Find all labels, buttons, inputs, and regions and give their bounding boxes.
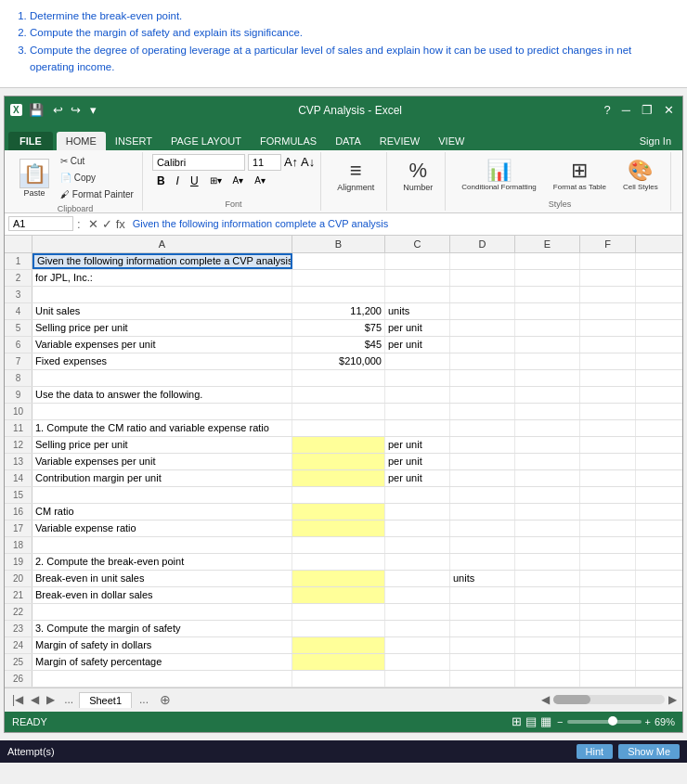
cell-d-9[interactable] bbox=[450, 387, 515, 403]
cell-d-19[interactable] bbox=[450, 554, 515, 570]
cell-b-5[interactable]: $75 bbox=[292, 320, 385, 336]
scroll-track[interactable] bbox=[553, 695, 665, 704]
cell-a-2[interactable]: for JPL, Inc.: bbox=[32, 270, 292, 286]
cell-e-19[interactable] bbox=[515, 554, 580, 570]
cell-styles-button[interactable]: 🎨 Cell Styles bbox=[616, 154, 665, 196]
cell-f-17[interactable] bbox=[580, 521, 636, 536]
cell-d-15[interactable] bbox=[450, 487, 515, 503]
cells-button[interactable]: ▦ Cells bbox=[681, 154, 687, 197]
zoom-plus-button[interactable]: + bbox=[645, 716, 651, 727]
borders-button[interactable]: ⊞▾ bbox=[205, 174, 227, 187]
cell-a-10[interactable] bbox=[32, 404, 292, 419]
cell-f-7[interactable] bbox=[580, 353, 636, 369]
cell-b-2[interactable] bbox=[292, 270, 385, 286]
cell-c-6[interactable]: per unit bbox=[385, 337, 450, 353]
cell-f-26[interactable] bbox=[580, 671, 636, 687]
cell-b-25[interactable] bbox=[292, 654, 385, 670]
cell-c-21[interactable] bbox=[385, 587, 450, 603]
cell-b-26[interactable] bbox=[292, 671, 385, 687]
cell-d-20[interactable]: units bbox=[450, 571, 515, 586]
cell-e-20[interactable] bbox=[515, 571, 580, 586]
cell-a-11[interactable]: 1. Compute the CM ratio and variable exp… bbox=[32, 420, 292, 436]
cell-a-9[interactable]: Use the data to answer the following. bbox=[32, 387, 292, 403]
cell-c-16[interactable] bbox=[385, 504, 450, 520]
col-header-b[interactable]: B bbox=[292, 236, 385, 252]
zoom-slider[interactable] bbox=[567, 720, 642, 724]
paste-button[interactable]: 📋 Paste bbox=[14, 156, 55, 200]
cell-b-11[interactable] bbox=[292, 420, 385, 436]
cell-e-13[interactable] bbox=[515, 454, 580, 469]
cell-f-12[interactable] bbox=[580, 437, 636, 453]
col-header-e[interactable]: E bbox=[515, 236, 580, 252]
cell-e-11[interactable] bbox=[515, 420, 580, 436]
cell-b-8[interactable] bbox=[292, 370, 385, 386]
cell-f-14[interactable] bbox=[580, 470, 636, 486]
cell-f-23[interactable] bbox=[580, 621, 636, 636]
cell-d-14[interactable] bbox=[450, 470, 515, 486]
cell-f-18[interactable] bbox=[580, 537, 636, 553]
cell-d-5[interactable] bbox=[450, 320, 515, 336]
alignment-button[interactable]: ≡ Alignment bbox=[331, 154, 381, 197]
cell-e-9[interactable] bbox=[515, 387, 580, 403]
cell-c-7[interactable] bbox=[385, 353, 450, 369]
confirm-formula-icon[interactable]: ✓ bbox=[102, 217, 112, 231]
cell-e-18[interactable] bbox=[515, 537, 580, 553]
tab-page-layout[interactable]: PAGE LAYOUT bbox=[162, 132, 251, 150]
sheet-tab-sheet1[interactable]: Sheet1 bbox=[79, 692, 132, 708]
cell-f-11[interactable] bbox=[580, 420, 636, 436]
scroll-left-button[interactable]: ◀ bbox=[539, 693, 551, 706]
cell-b-9[interactable] bbox=[292, 387, 385, 403]
cut-button[interactable]: ✂ Cut bbox=[58, 154, 136, 169]
zoom-minus-button[interactable]: − bbox=[557, 716, 563, 727]
cell-f-13[interactable] bbox=[580, 454, 636, 469]
cell-d-6[interactable] bbox=[450, 337, 515, 353]
cell-b-1[interactable] bbox=[292, 253, 385, 269]
cell-c-10[interactable] bbox=[385, 404, 450, 419]
cell-a-14[interactable]: Contribution margin per unit bbox=[32, 470, 292, 486]
cell-f-4[interactable] bbox=[580, 303, 636, 319]
cell-b-21[interactable] bbox=[292, 587, 385, 603]
cell-c-8[interactable] bbox=[385, 370, 450, 386]
cell-d-1[interactable] bbox=[450, 253, 515, 269]
cell-f-19[interactable] bbox=[580, 554, 636, 570]
cell-c-23[interactable] bbox=[385, 621, 450, 636]
scroll-right-button[interactable]: ▶ bbox=[667, 693, 679, 706]
cell-c-4[interactable]: units bbox=[385, 303, 450, 319]
cell-b-6[interactable]: $45 bbox=[292, 337, 385, 353]
cell-f-25[interactable] bbox=[580, 654, 636, 670]
cell-e-17[interactable] bbox=[515, 521, 580, 536]
cell-f-8[interactable] bbox=[580, 370, 636, 386]
cell-c-12[interactable]: per unit bbox=[385, 437, 450, 453]
cell-e-8[interactable] bbox=[515, 370, 580, 386]
cell-f-2[interactable] bbox=[580, 270, 636, 286]
fill-color-button[interactable]: A▾ bbox=[228, 174, 249, 187]
cell-f-24[interactable] bbox=[580, 637, 636, 653]
cell-c-20[interactable] bbox=[385, 571, 450, 586]
font-shrink-icon[interactable]: A↓ bbox=[301, 155, 315, 169]
cell-a-15[interactable] bbox=[32, 487, 292, 503]
cell-a-26[interactable] bbox=[32, 671, 292, 687]
cell-e-15[interactable] bbox=[515, 487, 580, 503]
cell-d-12[interactable] bbox=[450, 437, 515, 453]
cell-c-26[interactable] bbox=[385, 671, 450, 687]
cell-a-20[interactable]: Break-even in unit sales bbox=[32, 571, 292, 586]
cell-c-19[interactable] bbox=[385, 554, 450, 570]
add-sheet-button[interactable]: ⊕ bbox=[154, 692, 176, 707]
cell-a-12[interactable]: Selling price per unit bbox=[32, 437, 292, 453]
minimize-button[interactable]: ─ bbox=[619, 103, 633, 117]
cell-b-23[interactable] bbox=[292, 621, 385, 636]
cell-a-19[interactable]: 2. Compute the break-even point bbox=[32, 554, 292, 570]
cell-b-16[interactable] bbox=[292, 504, 385, 520]
cell-e-24[interactable] bbox=[515, 637, 580, 653]
cell-f-15[interactable] bbox=[580, 487, 636, 503]
page-break-view-button[interactable]: ▦ bbox=[540, 714, 551, 728]
cell-a-16[interactable]: CM ratio bbox=[32, 504, 292, 520]
cell-b-20[interactable] bbox=[292, 571, 385, 586]
cell-d-7[interactable] bbox=[450, 353, 515, 369]
cell-c-2[interactable] bbox=[385, 270, 450, 286]
cell-e-3[interactable] bbox=[515, 287, 580, 302]
cell-e-26[interactable] bbox=[515, 671, 580, 687]
cell-b-7[interactable]: $210,000 bbox=[292, 353, 385, 369]
show-me-button[interactable]: Show Me bbox=[618, 744, 680, 759]
col-header-c[interactable]: C bbox=[385, 236, 450, 252]
